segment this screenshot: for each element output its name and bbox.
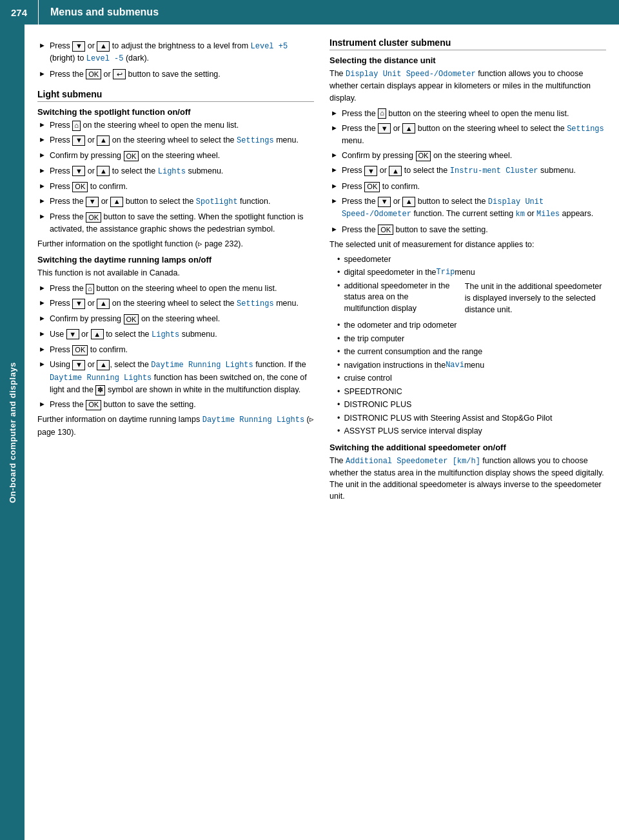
distance-bullet-list: ► Press the ⌂ button on the steering whe…: [329, 108, 606, 235]
spotlight-mono: Spotlight: [196, 197, 238, 206]
distance-intro: The Display Unit Speed-/Odometer functio…: [329, 68, 606, 104]
ok-btn: OK: [124, 151, 139, 161]
daytime-running-mono: Daytime Running Lights: [202, 415, 304, 425]
bullet-arrow: ►: [39, 120, 46, 130]
content-area: ► Press ▼ or ▲ to adjust the brightness …: [25, 25, 619, 840]
list-item: additional speedometer in the status are…: [337, 281, 606, 318]
level-bright: Level +5: [251, 42, 288, 51]
bullet-text: Press ▼ or ▲ on the steering wheel to se…: [50, 297, 314, 310]
bullet-text: Confirm by pressing OK on the steering w…: [50, 150, 314, 161]
bullet-arrow: ►: [331, 165, 338, 175]
list-item: DISTRONIC PLUS with Steering Assist and …: [337, 413, 606, 425]
list-item: speedometer: [337, 254, 606, 266]
right-column: Instrument cluster submenu Selecting the…: [329, 37, 606, 827]
sidebar-label: On-board computer and displays: [8, 362, 17, 503]
display-unit-mono2: Display Unit Speed-/Odometer: [342, 197, 544, 219]
km-mono: km: [516, 210, 525, 219]
list-item: ► Use ▼ or ▲ to select the Lights submen…: [37, 328, 314, 341]
down-btn: ▼: [364, 166, 377, 176]
bullet-text: Press OK to confirm.: [342, 181, 606, 192]
ok-btn: OK: [72, 182, 88, 192]
daytime-footer: Further information on daytime running l…: [37, 414, 314, 438]
bullet-text: Press ⌂ on the steering wheel to open th…: [50, 119, 314, 131]
down-btn: ▼: [72, 360, 85, 370]
bullet-text: Press the OK button to save the setting.: [342, 224, 606, 235]
bullet-text: Use ▼ or ▲ to select the Lights submenu.: [50, 328, 314, 341]
bullet-arrow: ►: [39, 298, 46, 308]
bullet-arrow: ►: [39, 41, 46, 51]
up-btn: ▲: [97, 299, 110, 309]
bullet-arrow: ►: [39, 329, 46, 339]
list-item: ► Press the ⌂ button on the steering whe…: [37, 283, 314, 294]
bullet-arrow: ►: [39, 345, 46, 355]
up-btn: ▲: [91, 329, 104, 339]
list-item: ► Press ▼ or ▲ on the steering wheel to …: [37, 297, 314, 310]
list-item: ► Press OK to confirm.: [329, 181, 606, 192]
list-item: ► Press the OK button to save the settin…: [37, 211, 314, 234]
bullet-arrow: ►: [331, 123, 338, 134]
bullet-arrow: ►: [39, 69, 46, 79]
bullet-arrow: ►: [39, 150, 46, 161]
list-item: cruise control: [337, 373, 606, 385]
bullet-arrow: ►: [331, 196, 338, 206]
applies-to-intro: The selected unit of measurement for dis…: [329, 239, 606, 250]
sub-note: The unit in the additional speedometer i…: [465, 281, 606, 315]
spotlight-heading: Switching the spotlight function on/off: [37, 107, 314, 117]
up-btn: ▲: [97, 166, 110, 176]
spotlight-bullet-list: ► Press ⌂ on the steering wheel to open …: [37, 119, 314, 235]
light-submenu-heading: Light submenu: [37, 89, 314, 102]
up-btn: ▲: [389, 166, 402, 176]
home-icon: ⌂: [86, 284, 94, 294]
level-dark: Level -5: [86, 54, 124, 63]
list-item: DISTRONIC PLUS: [337, 399, 606, 411]
down-btn: ▼: [72, 135, 85, 146]
settings-mono: Settings: [237, 136, 274, 145]
left-column: ► Press ▼ or ▲ to adjust the brightness …: [37, 37, 314, 827]
list-item: ASSYST PLUS service interval display: [337, 426, 606, 437]
applies-to-list: speedometer digital speedometer in the T…: [337, 254, 606, 437]
daytime-mono2: Daytime Running Lights: [50, 374, 152, 383]
bullet-text: Press the ▼ or ▲ button on the steering …: [342, 123, 606, 147]
daytime-bullet-list: ► Press the ⌂ button on the steering whe…: [37, 283, 314, 410]
list-item: ► Confirm by pressing OK on the steering…: [37, 150, 314, 161]
bullet-arrow: ►: [331, 108, 338, 119]
page-number: 274: [0, 0, 39, 25]
ok-btn: OK: [86, 212, 101, 223]
display-unit-mono: Display Unit Speed-/Odometer: [346, 70, 476, 79]
bullet-arrow: ►: [39, 399, 46, 410]
list-item: ► Press the ▼ or ▲ button to select the …: [329, 195, 606, 221]
ok-btn: OK: [86, 69, 101, 79]
ok-btn: OK: [72, 345, 88, 355]
list-item: the trip computer: [337, 334, 606, 345]
list-item: ► Press OK to confirm.: [37, 344, 314, 355]
sidebar: On-board computer and displays: [0, 25, 25, 840]
up-btn: ▲: [97, 360, 110, 370]
gear-icon: ✽: [95, 385, 105, 395]
bullet-arrow: ►: [39, 181, 46, 192]
list-item: ► Press the ▼ or ▲ button on the steerin…: [329, 123, 606, 147]
page-title: Menus and submenus: [39, 6, 159, 18]
bullet-text: Press OK to confirm.: [50, 181, 314, 192]
additional-speed-mono: Additional Speedometer [km/h]: [346, 457, 480, 466]
daytime-heading: Switching the daytime running lamps on/o…: [37, 255, 314, 265]
down-btn: ▼: [86, 197, 99, 207]
bullet-text: Press the ▼ or ▲ button to select the Di…: [342, 195, 606, 221]
home-icon: ⌂: [378, 108, 386, 119]
bullet-text: Press the OK button to save the setting.: [50, 399, 314, 410]
list-item: ► Press ▼ or ▲ to select the Instru‑ment…: [329, 165, 606, 177]
down-btn: ▼: [72, 299, 85, 309]
bullet-text: Press ▼ or ▲ on the steering wheel to se…: [50, 134, 314, 146]
list-item: ► Press ▼ or ▲ to select the Lights subm…: [37, 165, 314, 177]
list-item: ► Press the ▼ or ▲ button to select the …: [37, 195, 314, 208]
miles-mono: Miles: [536, 210, 560, 219]
settings-mono: Settings: [237, 299, 274, 308]
list-item: ► Press ▼ or ▲ to adjust the brightness …: [37, 40, 314, 65]
bullet-arrow: ►: [331, 150, 338, 161]
list-item: ► Press the OK button to save the settin…: [329, 224, 606, 235]
back-btn: ↩: [113, 69, 126, 79]
list-item: the current consumption and the range: [337, 346, 606, 358]
list-item: SPEEDTRONIC: [337, 386, 606, 398]
header-bar: 274 Menus and submenus: [0, 0, 619, 25]
navi-mono: Navi: [446, 360, 464, 371]
additional-speed-intro: The Additional Speedometer [km/h] functi…: [329, 455, 606, 503]
